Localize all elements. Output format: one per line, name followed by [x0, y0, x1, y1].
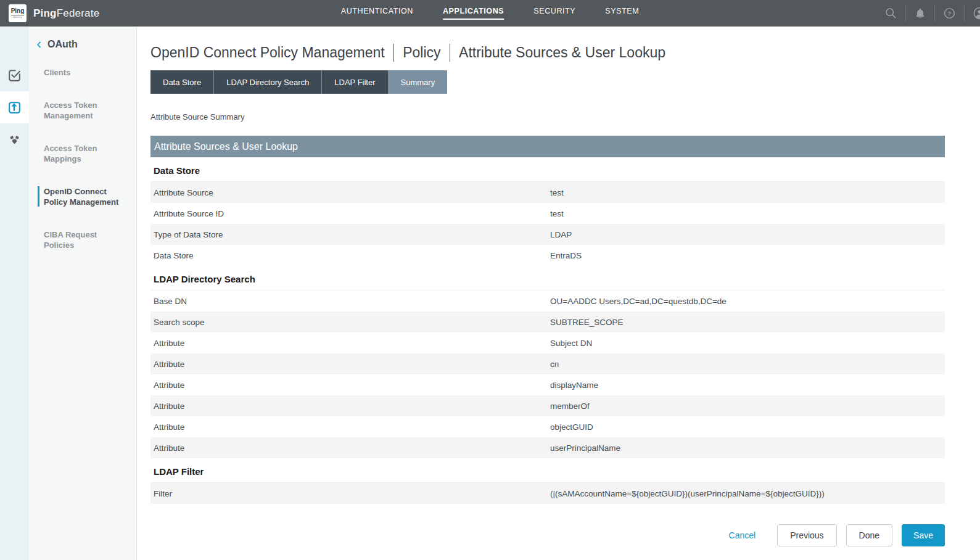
table-row: Type of Data StoreLDAP [150, 224, 945, 245]
rail-mappings-shield-icon[interactable] [0, 123, 29, 155]
row-value: SUBTREE_SCOPE [550, 318, 945, 327]
nav-authentication-label: AUTHENTICATION [341, 7, 413, 20]
primary-nav: AUTHENTICATIONAPPLICATIONSSECURITYSYSTEM [341, 7, 640, 20]
row-label: Attribute [150, 401, 550, 411]
table-row: AttributeuserPrincipalName [150, 437, 945, 458]
table-header: Attribute Sources & User Lookup [150, 136, 945, 157]
navbar-divider [964, 5, 965, 22]
svg-text:?: ? [948, 10, 952, 17]
navbar-divider [934, 5, 935, 22]
table-body: Data StoreAttribute SourcetestAttribute … [150, 157, 945, 504]
summary-label: Attribute Source Summary [150, 112, 945, 121]
row-value: LDAP [550, 230, 945, 239]
tab-ldap-directory-search[interactable]: LDAP Directory Search [214, 70, 322, 94]
module-rail [0, 27, 29, 560]
nav-authentication[interactable]: AUTHENTICATION [341, 7, 413, 20]
row-label: Search scope [150, 318, 550, 327]
nav-system[interactable]: SYSTEM [605, 7, 639, 20]
breadcrumb-step: Attribute Sources & User Lookup [459, 44, 665, 61]
nav-security[interactable]: SECURITY [533, 7, 575, 20]
table-row: Attribute Source IDtest [150, 203, 945, 224]
table-row: AttributememberOf [150, 395, 945, 416]
table-row: Attribute Sourcetest [150, 182, 945, 203]
tab-summary[interactable]: Summary [389, 70, 448, 94]
sidebar: OAuth ClientsAccess Token ManagementAcce… [29, 27, 137, 560]
save-button[interactable]: Save [902, 524, 945, 546]
table-row: AttributeSubject DN [150, 332, 945, 353]
row-label: Attribute [150, 422, 550, 432]
table-row: AttributeobjectGUID [150, 416, 945, 437]
table-row: Base DNOU=AADDC Users,DC=ad,DC=questdb,D… [150, 290, 945, 311]
sidebar-item-clients[interactable]: Clients [29, 67, 136, 78]
logo-subtext: Identity [13, 15, 22, 19]
section-heading-data-store: Data Store [150, 157, 945, 182]
account-icon[interactable] [973, 6, 980, 20]
breadcrumb-module: OpenID Connect Policy Management [150, 44, 385, 61]
row-value: test [550, 209, 945, 218]
previous-button[interactable]: Previous [777, 524, 836, 546]
summary-table: Attribute Sources & User Lookup Data Sto… [150, 136, 945, 504]
rail-clients-check-icon[interactable] [0, 59, 29, 91]
rail-access-token-icon[interactable] [0, 91, 29, 123]
navbar-divider [905, 5, 906, 22]
page-title: OpenID Connect Policy Management Policy … [150, 44, 945, 62]
row-value: memberOf [550, 401, 945, 411]
row-label: Attribute [150, 339, 550, 348]
top-navbar: Ping Identity PingFederate AUTHENTICATIO… [0, 0, 980, 27]
sidebar-item-access-token-mappings[interactable]: Access Token Mappings [29, 143, 136, 164]
row-value: test [550, 188, 945, 197]
row-label: Attribute Source [150, 188, 550, 197]
sidebar-item-access-token-management[interactable]: Access Token Management [29, 100, 136, 121]
table-row: Attributecn [150, 353, 945, 374]
breadcrumb-policy: Policy [403, 44, 440, 61]
breadcrumb-divider [450, 44, 451, 62]
done-button[interactable]: Done [846, 524, 892, 546]
navbar-icons: ? [876, 0, 980, 27]
row-value: displayName [550, 381, 945, 390]
row-label: Base DN [150, 297, 550, 306]
search-icon[interactable] [884, 7, 897, 20]
section-heading-ldap-filter: LDAP Filter [150, 458, 945, 483]
product-name-rest: Federate [57, 7, 100, 19]
table-row: Data StoreEntraDS [150, 245, 945, 266]
table-row: AttributedisplayName [150, 374, 945, 395]
notifications-icon[interactable] [914, 7, 926, 20]
sidebar-item-ciba-request-policies[interactable]: CIBA Request Policies [29, 229, 136, 250]
step-tabs: Data StoreLDAP Directory SearchLDAP Filt… [150, 70, 945, 94]
row-value: OU=AADDC Users,DC=ad,DC=questdb,DC=de [550, 297, 945, 306]
row-label: Attribute [150, 381, 550, 390]
table-row: Search scopeSUBTREE_SCOPE [150, 311, 945, 332]
nav-applications-label: APPLICATIONS [443, 7, 504, 20]
sidebar-nav: ClientsAccess Token ManagementAccess Tok… [29, 67, 136, 250]
app-shell: OAuth ClientsAccess Token ManagementAcce… [0, 27, 980, 560]
row-label: Attribute Source ID [150, 209, 550, 218]
chevron-left-icon [35, 41, 43, 49]
tab-data-store[interactable]: Data Store [150, 70, 214, 94]
row-value: objectGUID [550, 422, 945, 432]
row-value: Subject DN [550, 339, 945, 348]
cancel-link[interactable]: Cancel [729, 530, 756, 540]
ping-logo[interactable]: Ping Identity [9, 4, 27, 22]
product-name-bold: Ping [33, 7, 57, 19]
help-icon[interactable]: ? [943, 7, 956, 20]
back-to-oauth[interactable]: OAuth [29, 39, 136, 50]
nav-applications[interactable]: APPLICATIONS [443, 7, 504, 20]
row-label: Attribute [150, 443, 550, 453]
sidebar-item-openid-connect-policy-management[interactable]: OpenID Connect Policy Management [29, 186, 136, 207]
breadcrumb-divider [393, 44, 395, 62]
row-value: userPrincipalName [550, 443, 945, 453]
back-label: OAuth [47, 39, 78, 50]
main-content: OpenID Connect Policy Management Policy … [137, 27, 980, 560]
section-heading-ldap-directory-search: LDAP Directory Search [150, 266, 945, 290]
row-value: cn [550, 360, 945, 369]
row-value: (|(sAMAccountName=${objectGUID})(userPri… [550, 489, 945, 498]
row-label: Filter [150, 489, 550, 498]
tab-ldap-filter[interactable]: LDAP Filter [322, 70, 388, 94]
logo-text: Ping [11, 8, 25, 15]
row-label: Data Store [150, 251, 550, 260]
table-row: Filter(|(sAMAccountName=${objectGUID})(u… [150, 483, 945, 504]
footer-actions: Cancel Previous Done Save [150, 524, 945, 546]
brand: Ping Identity PingFederate [0, 4, 99, 22]
row-label: Attribute [150, 360, 550, 369]
row-value: EntraDS [550, 251, 945, 260]
